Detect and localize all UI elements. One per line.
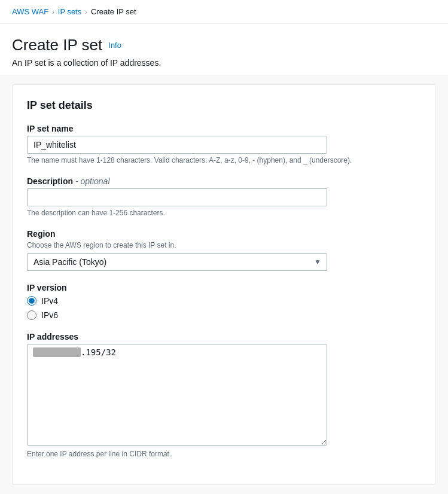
breadcrumb-sep-1: ›: [52, 8, 54, 16]
breadcrumb-current: Create IP set: [91, 7, 136, 16]
breadcrumb: AWS WAF › IP sets › Create IP set: [0, 0, 448, 24]
ip-set-name-input[interactable]: [27, 136, 327, 154]
region-hint: Choose the AWS region to create this IP …: [27, 241, 421, 249]
ipv6-radio[interactable]: [27, 310, 36, 320]
description-field: Description - optional The description c…: [27, 176, 421, 217]
ipv6-option[interactable]: IPv6: [27, 310, 421, 320]
breadcrumb-aws-waf[interactable]: AWS WAF: [12, 7, 48, 16]
info-link[interactable]: Info: [108, 41, 121, 50]
ip-version-field: IP version IPv4 IPv6: [27, 283, 421, 320]
ip-addresses-wrapper: .195/32: [27, 344, 327, 447]
region-field: Region Choose the AWS region to create t…: [27, 229, 421, 271]
region-select-wrapper: US East (N. Virginia) US West (Oregon) A…: [27, 253, 327, 271]
description-optional: - optional: [75, 176, 110, 186]
ip-set-name-hint: The name must have 1-128 characters. Val…: [27, 156, 421, 164]
ipv4-label: IPv4: [41, 296, 58, 306]
ipv4-radio[interactable]: [27, 296, 36, 306]
ip-addresses-textarea[interactable]: [27, 344, 327, 446]
breadcrumb-ip-sets[interactable]: IP sets: [58, 7, 82, 16]
ip-addresses-field: IP addresses .195/32 Enter one IP addres…: [27, 332, 421, 458]
ip-addresses-hint: Enter one IP address per line in CIDR fo…: [27, 450, 421, 458]
ip-addresses-label: IP addresses: [27, 332, 421, 341]
ip-version-label: IP version: [27, 283, 421, 292]
ip-version-radio-group: IPv4 IPv6: [27, 296, 421, 320]
ipv6-label: IPv6: [41, 310, 58, 320]
ip-set-name-field: IP set name The name must have 1-128 cha…: [27, 124, 421, 164]
breadcrumb-sep-2: ›: [85, 8, 87, 16]
region-select[interactable]: US East (N. Virginia) US West (Oregon) A…: [27, 253, 327, 271]
ip-set-name-label: IP set name: [27, 124, 421, 133]
description-label: Description - optional: [27, 176, 421, 186]
region-label: Region: [27, 229, 421, 239]
description-hint: The description can have 1-256 character…: [27, 209, 421, 217]
ip-set-details-card: IP set details IP set name The name must…: [12, 84, 436, 485]
card-title: IP set details: [27, 99, 421, 112]
page-description: An IP set is a collection of IP addresse…: [12, 58, 436, 68]
description-input[interactable]: [27, 188, 327, 206]
ipv4-option[interactable]: IPv4: [27, 296, 421, 306]
page-header: Create IP set Info An IP set is a collec…: [0, 24, 448, 75]
page-title: Create IP set: [12, 36, 102, 54]
main-content: IP set details IP set name The name must…: [0, 75, 448, 494]
